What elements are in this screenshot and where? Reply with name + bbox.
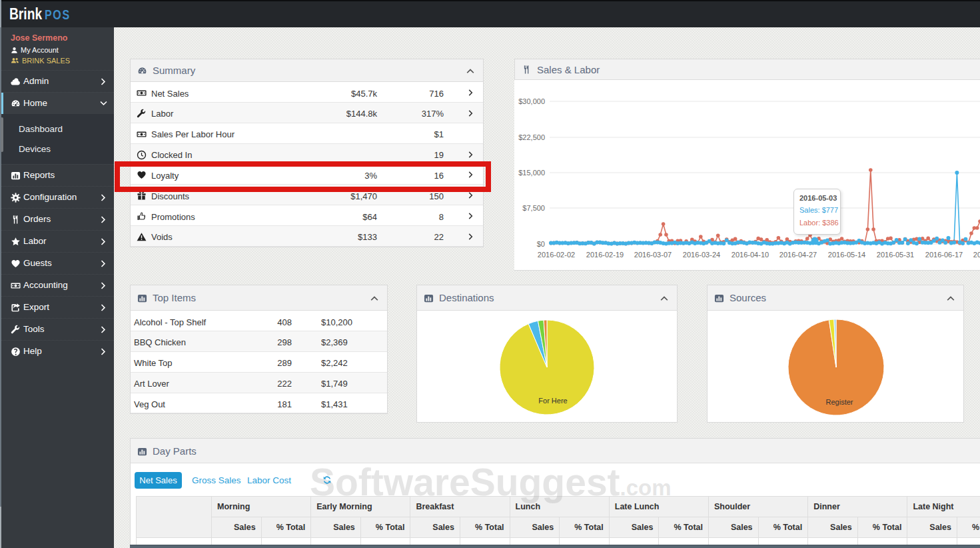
svg-text:$30,000: $30,000 <box>518 97 545 105</box>
svg-text:2016-06-17: 2016-06-17 <box>925 251 963 259</box>
svg-text:2016-04-27: 2016-04-27 <box>779 251 817 259</box>
svg-text:2016-07-04: 2016-07-04 <box>973 251 980 259</box>
svg-text:$0: $0 <box>537 240 545 248</box>
svg-text:For Here: For Here <box>538 397 567 405</box>
svg-text:2016-05-14: 2016-05-14 <box>828 251 865 259</box>
svg-text:2016-04-10: 2016-04-10 <box>732 251 769 259</box>
svg-text:2016-05-31: 2016-05-31 <box>877 251 914 259</box>
svg-text:Register: Register <box>826 398 853 406</box>
svg-text:2016-02-02: 2016-02-02 <box>538 251 575 259</box>
svg-text:$7,500: $7,500 <box>522 204 545 212</box>
svg-text:2016-02-19: 2016-02-19 <box>586 251 624 259</box>
svg-text:$15,000: $15,000 <box>518 169 545 177</box>
svg-text:2016-03-07: 2016-03-07 <box>634 251 672 259</box>
svg-text:2016-03-24: 2016-03-24 <box>683 251 720 259</box>
svg-text:$22,500: $22,500 <box>518 133 545 141</box>
